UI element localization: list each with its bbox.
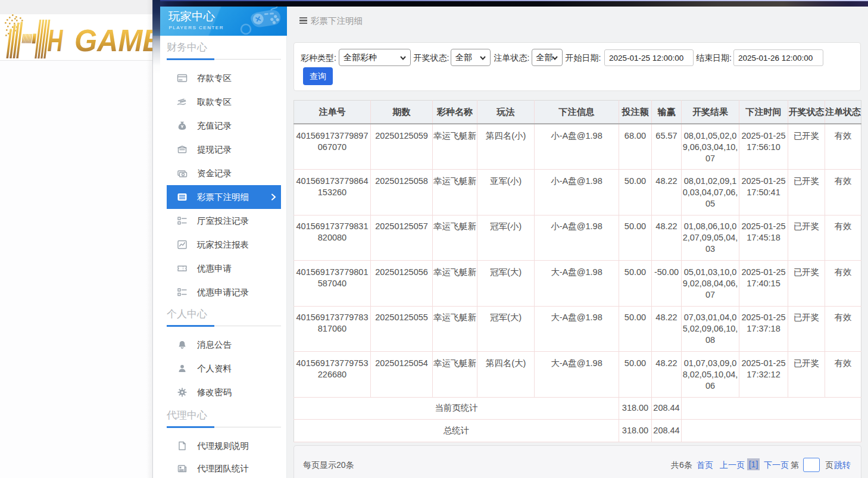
svg-text:GAME: GAME — [74, 23, 161, 58]
svg-text:H: H — [48, 23, 64, 58]
